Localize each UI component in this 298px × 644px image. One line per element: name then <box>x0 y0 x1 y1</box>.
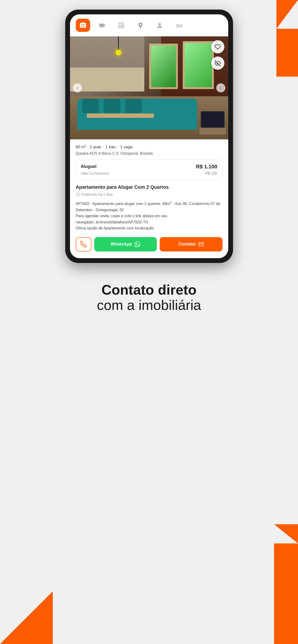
condo-label: Valor Condominio <box>81 171 109 175</box>
property-specs: 60 m2 · 2 quar. · 1 ban. · 1 vaga. <box>76 144 222 150</box>
bottom-title: Contato direto com a imobiliária <box>14 282 284 313</box>
whatsapp-icon <box>135 242 140 247</box>
property-description: AP7602 - Apartamento para alugar com 2 q… <box>76 200 222 231</box>
whatsapp-button[interactable]: WhatsApp <box>94 237 157 252</box>
tab-360[interactable]: 360° <box>172 19 186 32</box>
tab-video[interactable] <box>95 19 109 32</box>
tab-photos[interactable] <box>76 19 90 32</box>
published-date: Publicado há 2 dias <box>76 192 222 196</box>
phone-wrapper: 360° <box>0 0 298 263</box>
property-address: Quadra AOS 8 Bloco C 0, Octogonal, Brasí… <box>76 151 222 156</box>
property-image: ‹ › <box>70 36 228 140</box>
favorite-button[interactable] <box>211 40 224 54</box>
action-buttons: WhatsApp Contatar <box>76 237 222 254</box>
whatsapp-label: WhatsApp <box>111 242 132 247</box>
property-details: 60 m2 · 2 quar. · 1 ban. · 1 vaga. Quadr… <box>70 140 228 258</box>
tab-floorplan[interactable] <box>114 19 129 32</box>
phone-frame: 360° <box>65 10 233 263</box>
price-value: R$ 1.100 <box>196 164 217 170</box>
tab-bar: 360° <box>70 14 228 36</box>
bottom-section: Contato direto com a imobiliária <box>0 263 298 327</box>
phone-button[interactable] <box>76 237 91 252</box>
condo-value: R$ 100 <box>205 171 217 176</box>
price-box: Aluguel R$ 1.100 Valor Condominio R$ 100 <box>76 160 222 180</box>
hide-button[interactable] <box>211 56 224 70</box>
phone-screen: 360° <box>70 14 228 258</box>
email-icon <box>198 242 204 247</box>
svg-text:360°: 360° <box>176 24 182 28</box>
contact-label: Contatar <box>178 242 196 247</box>
tab-person[interactable] <box>152 19 167 32</box>
price-label: Aluguel <box>81 164 97 169</box>
property-title: Apartamento para Alugar Com 2 Quartos <box>76 184 222 190</box>
image-next-button[interactable]: › <box>216 83 225 92</box>
clock-icon <box>76 192 80 196</box>
tab-map[interactable] <box>133 19 148 32</box>
contact-button[interactable]: Contatar <box>160 237 222 252</box>
image-prev-button[interactable]: ‹ <box>73 83 82 92</box>
phone-icon <box>80 241 87 248</box>
